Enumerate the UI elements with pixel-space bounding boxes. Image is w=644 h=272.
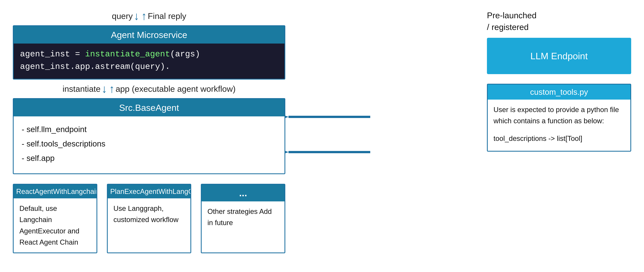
plan-exec-agent-body: Use Langgraph, customized workflow [108, 198, 190, 243]
code-func: instantiate_agent [85, 49, 170, 59]
agent-microservice-box: Agent Microservice agent_inst = instanti… [13, 25, 285, 80]
react-agent-box: ReactAgentWithLangchain Default, use Lan… [13, 184, 97, 253]
left-column: query ↓ ↑ Final reply Agent Microservice… [13, 9, 285, 253]
final-reply-arrow-up: ↑ [141, 9, 147, 22]
other-strategies-header: ... [202, 185, 284, 201]
other-strategies-box: ... Other strategies Add in future [201, 184, 285, 253]
base-agent-box: Src.BaseAgent - self.llm_endpoint - self… [13, 98, 285, 174]
app-arrow-up: ↑ [109, 82, 114, 95]
code-assign: = [70, 49, 85, 59]
arrow-llm-to-base-agent [285, 109, 372, 125]
query-label: query [112, 11, 133, 21]
custom-tools-function-sig: tool_descriptions -> list[Tool] [494, 133, 624, 144]
mid-arrows-row: instantiate ↓ ↑ app (executable agent wo… [13, 82, 285, 95]
app-label: app (executable agent workflow) [116, 84, 236, 94]
pre-launched-text: Pre-launched / registered [487, 9, 631, 33]
base-agent-header: Src.BaseAgent [14, 99, 284, 116]
base-agent-item1: - self.llm_endpoint [22, 122, 276, 137]
base-agent-body: - self.llm_endpoint - self.tools_descrip… [14, 116, 284, 173]
base-agent-item3: - self.app [22, 151, 276, 165]
custom-tools-header: custom_tools.py [488, 84, 630, 100]
plan-exec-agent-header: PlanExecAgentWithLangGraph [108, 185, 190, 198]
code-line2-text: agent_inst.app.astream(query) [20, 62, 165, 71]
plan-exec-agent-box: PlanExecAgentWithLangGraph Use Langgraph… [107, 184, 191, 253]
custom-tools-description: User is expected to provide a python fil… [494, 104, 624, 127]
react-agent-header: ReactAgentWithLangchain [14, 185, 96, 198]
right-column: Pre-launched / registered LLM Endpoint c… [487, 9, 631, 152]
final-reply-label: Final reply [148, 11, 186, 21]
agent-microservice-header: Agent Microservice [14, 26, 284, 43]
pre-launched-label: Pre-launched / registered [487, 11, 536, 32]
custom-tools-body: User is expected to provide a python fil… [488, 100, 630, 151]
llm-endpoint-box: LLM Endpoint [487, 38, 631, 74]
code-line-2: agent_inst.app.astream(query). [20, 60, 278, 73]
instantiate-label: instantiate [62, 84, 100, 94]
code-args: (args) [170, 49, 200, 59]
code-line2-dot: . [165, 62, 170, 71]
diagram-container: query ↓ ↑ Final reply Agent Microservice… [0, 0, 644, 272]
top-arrows-row: query ↓ ↑ Final reply [13, 9, 285, 22]
custom-tools-box: custom_tools.py User is expected to prov… [487, 84, 631, 152]
react-agent-body: Default, use Langchain AgentExecutor and… [14, 198, 96, 253]
llm-endpoint-label: LLM Endpoint [530, 51, 588, 61]
bottom-boxes-row: ReactAgentWithLangchain Default, use Lan… [13, 184, 285, 253]
base-agent-item2: - self.tools_descriptions [22, 137, 276, 151]
query-arrow-down: ↓ [134, 9, 139, 22]
instantiate-arrow-down: ↓ [102, 82, 107, 95]
other-strategies-body: Other strategies Add in future [202, 201, 284, 246]
arrow-tools-to-base-agent [285, 144, 372, 160]
code-var: agent_inst [20, 49, 70, 59]
code-line-1: agent_inst = instantiate_agent(args) [20, 48, 278, 60]
agent-microservice-code: agent_inst = instantiate_agent(args) age… [14, 43, 284, 79]
